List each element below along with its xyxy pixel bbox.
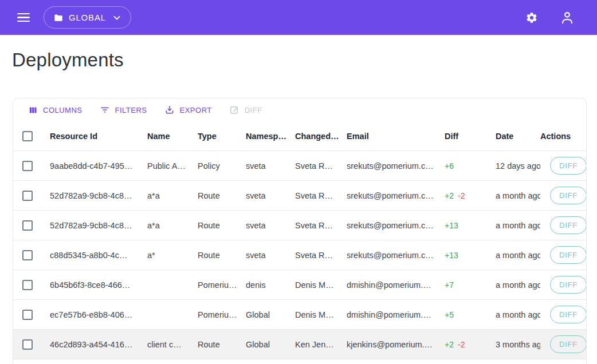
diff-toolbar-button-label: DIFF [245,106,262,114]
row-checkbox[interactable] [22,280,33,290]
deployments-card: COLUMNS FILTERS EXPORT [13,98,587,364]
cell-namespace: sveta [246,161,295,171]
cell-changed-by: Sveta R… [295,161,347,171]
cell-resource-id: 52d782a9-9cb8-4c8… [50,221,147,230]
row-checkbox[interactable] [22,310,33,320]
diff-additions: +5 [445,310,454,319]
cell-actions: DIFF [540,335,586,353]
cell-changed-by: Denis M… [295,310,347,319]
select-all-checkbox[interactable] [22,131,33,141]
diff-additions: +6 [445,161,454,171]
row-checkbox[interactable] [22,220,33,231]
diff-additions: +2 [445,340,454,349]
cell-date: a month ago [496,191,540,200]
column-header-changed[interactable]: Changed… [295,132,347,141]
cell-date: 12 days ago [496,161,540,171]
column-header-actions[interactable]: Actions [540,132,586,141]
diff-additions: +7 [445,280,454,290]
row-diff-button[interactable]: DIFF [550,246,586,264]
diff-additions: +2 [445,191,454,200]
cell-email: kjenkins@pomerium.… [347,340,445,349]
cell-namespace: sveta [246,191,295,200]
column-header-namesp[interactable]: Namesp… [246,132,295,141]
chevron-down-icon [111,12,123,23]
column-header-name[interactable]: Name [147,132,198,141]
row-checkbox[interactable] [22,339,33,350]
filters-button-label: FILTERS [115,106,147,114]
cell-email: srekuts@pomerium.c… [347,191,445,200]
table-row[interactable]: 52d782a9-9cb8-4c8… a*a Route sveta Sveta… [13,211,586,240]
cell-changed-by: Denis M… [295,280,347,290]
settings-button[interactable] [519,5,544,30]
cell-actions: DIFF [540,306,586,323]
cell-diff: +2 -2 [445,191,496,200]
row-checkbox[interactable] [22,250,33,260]
diff-deletions: -2 [458,340,465,349]
column-header-diff[interactable]: Diff [445,132,496,141]
cell-email: srekuts@pomerium.c… [347,161,445,171]
column-header-type[interactable]: Type [198,132,246,141]
table-row[interactable]: 46c2d893-a454-416… client c… Route Globa… [13,330,586,359]
table-header-row: Resource IdNameTypeNamesp…Changed…EmailD… [13,121,586,151]
hamburger-icon [17,13,30,22]
cell-email: srekuts@pomerium.c… [347,251,445,260]
row-diff-button[interactable]: DIFF [550,216,586,234]
export-button-label: EXPORT [180,106,212,114]
column-header-date[interactable]: Date [496,132,540,141]
table-row[interactable]: c88d5345-a8b0-4c… a* Route sveta Sveta R… [13,240,586,270]
columns-button-label: COLUMNS [43,106,83,114]
row-diff-button[interactable]: DIFF [550,276,586,294]
gear-icon [525,11,538,24]
cell-name: a*a [147,191,198,200]
cell-namespace: Global [246,310,295,319]
cell-diff: +7 [445,280,496,290]
cell-diff: +2 -2 [445,340,496,349]
cell-changed-by: Ken Jen… [295,340,347,349]
cell-changed-by: Sveta R… [295,221,347,230]
filters-button[interactable]: FILTERS [95,101,152,118]
column-header-email[interactable]: Email [347,132,445,141]
cell-email: dmishin@pomerium.… [347,280,445,290]
row-checkbox[interactable] [22,161,33,171]
cell-diff: +6 [445,161,496,171]
cell-date: a month ago [496,251,540,260]
cell-namespace: sveta [246,251,295,260]
cell-type: Route [198,340,246,349]
export-button[interactable]: EXPORT [160,101,217,118]
cell-type: Route [198,221,246,230]
cell-type: Route [198,251,246,260]
row-diff-button[interactable]: DIFF [550,335,586,353]
table-row[interactable]: 6b45b6f3-8ce8-466… Pomeriu… denis Denis … [13,270,586,300]
cell-namespace: denis [246,280,295,290]
cell-type: Route [198,191,246,200]
cell-resource-id: ec7e57b6-e8b8-406… [50,310,147,319]
cell-date: a month ago [496,310,540,319]
table-row[interactable]: ec7e57b6-e8b8-406… Pomeriu… Global Denis… [13,300,586,330]
row-diff-button[interactable]: DIFF [550,157,586,175]
cell-resource-id: 52d782a9-9cb8-4c8… [50,191,147,200]
table-row[interactable]: 9aabe8dd-c4b7-495… Public A… Policy svet… [13,151,586,181]
cell-type: Pomeriu… [198,280,246,290]
diff-toolbar-button: DIFF [225,101,267,118]
table-row[interactable]: 52d782a9-9cb8-4c8… a*a Route sveta Sveta… [13,181,586,211]
columns-button[interactable]: COLUMNS [23,102,87,118]
cell-email: srekuts@pomerium.c… [347,221,445,230]
column-header-resource-id[interactable]: Resource Id [50,132,147,141]
cell-resource-id: c88d5345-a8b0-4c… [50,251,147,260]
cell-diff: +13 [445,221,496,230]
hamburger-menu-button[interactable] [11,5,36,30]
namespace-selector-label: GLOBAL [69,13,106,22]
account-button[interactable] [555,5,580,30]
cell-name: Public A… [147,161,198,171]
row-diff-button[interactable]: DIFF [550,306,586,323]
cell-resource-id: 6b45b6f3-8ce8-466… [50,280,147,290]
row-diff-button[interactable]: DIFF [550,187,586,204]
diff-deletions: -2 [458,191,465,200]
cell-date: 3 months ago [496,340,540,349]
row-checkbox[interactable] [22,191,33,201]
edit-icon [229,105,239,115]
namespace-selector[interactable]: GLOBAL [44,6,131,29]
diff-additions: +13 [445,221,458,230]
cell-type: Policy [198,161,246,171]
cell-actions: DIFF [540,187,586,204]
